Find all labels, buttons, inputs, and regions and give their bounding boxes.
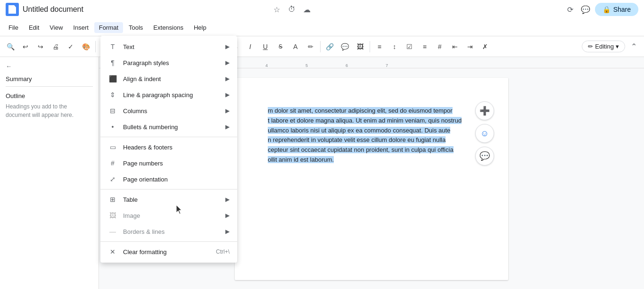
menu-tools[interactable]: Tools — [124, 22, 148, 33]
text-color-btn[interactable]: A — [289, 40, 302, 53]
text-icon: T — [108, 42, 117, 51]
paragraph-styles-icon: ¶ — [108, 58, 117, 67]
clear-format-btn[interactable]: ✗ — [479, 40, 492, 53]
chat-icon[interactable]: 💬 — [580, 4, 591, 15]
format-dropdown: TText▶¶Paragraph styles▶⬛Align & indent▶… — [100, 36, 237, 263]
line-spacing-btn[interactable]: ↕ — [388, 40, 401, 53]
clear-formatting-icon: ✕ — [108, 247, 117, 256]
format-menu-item-page-orientation[interactable]: ⤢Page orientation — [100, 171, 237, 187]
print-btn[interactable]: 🖨 — [49, 40, 62, 53]
table-icon: ⊞ — [108, 195, 117, 204]
menu-insert[interactable]: Insert — [68, 22, 93, 33]
dropdown-sep-after-borders-lines — [100, 241, 237, 242]
spellcheck-btn[interactable]: ✓ — [64, 40, 77, 53]
add-comment-fab[interactable]: ➕ — [475, 101, 494, 120]
menu-help[interactable]: Help — [189, 22, 211, 33]
highlight-btn[interactable]: ✏ — [304, 40, 317, 53]
menu-view[interactable]: View — [45, 22, 67, 33]
share-button[interactable]: 🔒 Share — [595, 3, 638, 16]
format-menu-item-image: 🖼Image▶ — [100, 207, 237, 223]
text-label: Text — [123, 43, 225, 50]
share-icon: 🔒 — [603, 6, 611, 13]
search-btn[interactable]: 🔍 — [4, 40, 17, 53]
format-menu-item-text[interactable]: TText▶ — [100, 39, 237, 55]
italic-btn[interactable]: I — [244, 40, 257, 53]
image-arrow: ▶ — [225, 212, 230, 219]
paint-format-btn[interactable]: 🎨 — [79, 40, 92, 53]
numbered-list-btn[interactable]: # — [433, 40, 446, 53]
bullets-icon: • — [108, 122, 117, 132]
history-icon[interactable]: ⟳ — [565, 4, 576, 15]
columns-icon: ⊟ — [108, 106, 117, 116]
table-arrow: ▶ — [225, 196, 230, 203]
back-arrow-icon: ← — [6, 63, 12, 70]
format-menu-item-table[interactable]: ⊞Table▶ — [100, 191, 237, 207]
format-menu-item-clear-formatting[interactable]: ✕Clear formattingCtrl+\ — [100, 244, 237, 260]
page-numbers-label: Page numbers — [123, 160, 230, 167]
version-history-icon[interactable]: ⏱ — [286, 4, 297, 15]
dropdown-sep-after-bullets — [100, 137, 237, 137]
format-menu-item-paragraph-styles[interactable]: ¶Paragraph styles▶ — [100, 55, 237, 71]
star-icon[interactable]: ☆ — [271, 4, 282, 15]
align-indent-arrow: ▶ — [225, 75, 230, 82]
menu-edit[interactable]: Edit — [24, 22, 44, 33]
chat-bubble-icon: 💬 — [479, 151, 490, 161]
sep7 — [370, 41, 370, 52]
format-menu-item-line-spacing[interactable]: ⇕Line & paragraph spacing▶ — [100, 87, 237, 103]
indent-increase-btn[interactable]: ⇥ — [463, 40, 477, 53]
headers-footers-icon: ▭ — [108, 142, 117, 152]
page-orientation-icon: ⤢ — [108, 174, 117, 184]
editing-dropdown[interactable]: ✏ Editing ▾ — [582, 41, 625, 52]
list-btn[interactable]: ≡ — [418, 40, 431, 53]
cloud-save-icon[interactable]: ☁ — [301, 4, 313, 15]
underline-btn[interactable]: U — [259, 40, 272, 53]
selected-text: m dolor sit amet, consectetur adipiscing… — [268, 107, 462, 163]
format-menu-item-headers-footers[interactable]: ▭Headers & footers — [100, 139, 237, 155]
format-menu-item-page-numbers[interactable]: #Page numbers — [100, 155, 237, 171]
bullets-label: Bullets & numbering — [123, 124, 225, 131]
borders-lines-arrow: ▶ — [225, 228, 230, 235]
line-spacing-arrow: ▶ — [225, 91, 230, 98]
menu-format[interactable]: Format — [94, 22, 123, 33]
page-numbers-icon: # — [108, 158, 117, 168]
format-menu-item-columns[interactable]: ⊟Columns▶ — [100, 103, 237, 119]
bullets-arrow: ▶ — [225, 124, 230, 130]
image-btn[interactable]: 🖼 — [354, 40, 367, 53]
line-spacing-label: Line & paragraph spacing — [123, 91, 225, 99]
indent-decrease-btn[interactable]: ⇤ — [448, 40, 462, 53]
document-page[interactable]: m dolor sit amet, consectetur adipiscing… — [235, 78, 508, 280]
sidebar-outline-desc: Headings you add to the document will ap… — [6, 102, 93, 119]
borders-lines-label: Borders & lines — [123, 228, 225, 235]
chat-fab[interactable]: 💬 — [475, 147, 494, 165]
columns-arrow: ▶ — [225, 107, 230, 114]
menu-extensions[interactable]: Extensions — [149, 22, 188, 33]
align-btn[interactable]: ≡ — [373, 40, 386, 53]
image-icon: 🖼 — [108, 211, 117, 220]
expand-btn[interactable]: ⌃ — [627, 40, 640, 53]
format-menu-item-bullets[interactable]: •Bullets & numbering▶ — [100, 119, 237, 135]
page-content[interactable]: m dolor sit amet, consectetur adipiscing… — [268, 106, 475, 165]
page-orientation-label: Page orientation — [123, 176, 230, 183]
menu-file[interactable]: File — [4, 22, 23, 33]
undo-btn[interactable]: ↩ — [19, 40, 32, 53]
pencil-icon: ✏ — [588, 43, 593, 50]
chevron-down-icon: ▾ — [616, 43, 619, 50]
checklist-btn[interactable]: ☑ — [403, 40, 416, 53]
link-btn[interactable]: 🔗 — [323, 40, 337, 53]
headers-footers-label: Headers & footers — [123, 144, 230, 151]
editing-label: Editing — [595, 43, 614, 50]
clear-formatting-shortcut: Ctrl+\ — [216, 248, 230, 255]
emoji-icon: ☺ — [480, 129, 489, 139]
comment-btn[interactable]: 💬 — [339, 40, 352, 53]
dropdown-sep-after-page-orientation — [100, 189, 237, 190]
sidebar-back-btn[interactable]: ← — [6, 63, 93, 70]
strikethrough-btn[interactable]: S̶ — [274, 40, 287, 53]
emoji-fab[interactable]: ☺ — [475, 124, 494, 143]
sidebar-divider — [6, 86, 93, 87]
columns-label: Columns — [123, 107, 225, 115]
redo-btn[interactable]: ↪ — [34, 40, 47, 53]
sidebar: ← Summary Outline Headings you add to th… — [0, 57, 99, 289]
doc-title: Untitled document — [23, 5, 267, 14]
format-menu-item-align-indent[interactable]: ⬛Align & indent▶ — [100, 71, 237, 87]
table-label: Table — [123, 196, 225, 203]
